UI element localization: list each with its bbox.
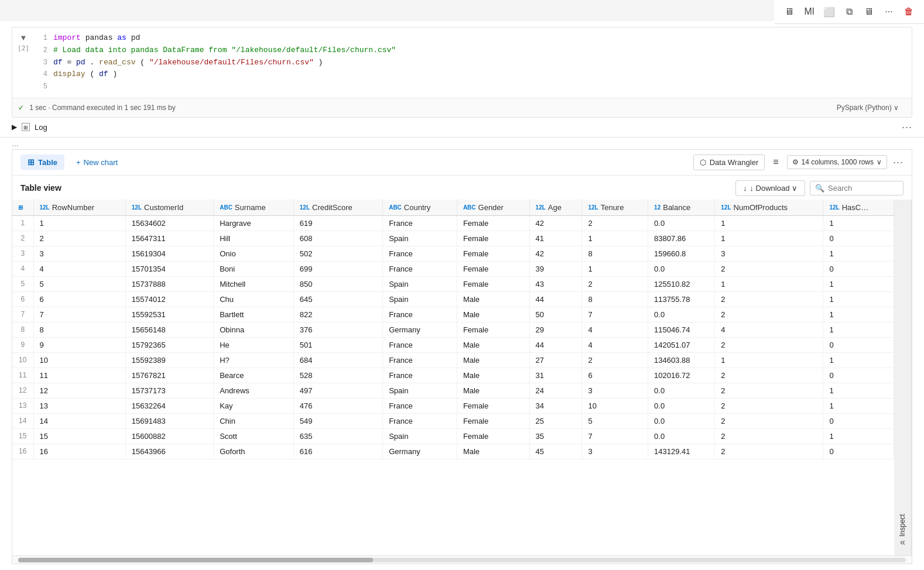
- col-header-numofproducts[interactable]: 12LNumOfProducts: [715, 200, 823, 216]
- cell-tenure: 6: [582, 368, 648, 383]
- table-row: 9915792365He501FranceMale444142051.0720: [12, 337, 894, 352]
- cell-hasc: 0: [823, 444, 894, 459]
- cell-age: 34: [529, 398, 582, 413]
- cell-surname: Kay: [214, 398, 294, 413]
- inspect-tab[interactable]: » Inspect: [894, 200, 912, 555]
- delete-btn[interactable]: 🗑: [901, 4, 917, 20]
- col-header-surname[interactable]: ABCSurname: [214, 200, 294, 216]
- cell-age: 41: [529, 231, 582, 246]
- cell-balance: 0.0: [648, 383, 715, 398]
- table-container[interactable]: ⊞ 12LRowNumber 12LCustomerId ABCSurname …: [12, 200, 894, 555]
- search-icon: 🔍: [815, 184, 824, 193]
- cell-hasc: 1: [823, 322, 894, 337]
- new-chart-label: New chart: [84, 158, 118, 167]
- data-wrangler-btn[interactable]: ⬡ Data Wrangler: [693, 154, 765, 170]
- cell-customer-id: 15767821: [125, 368, 213, 383]
- cell-row-number: 3: [33, 246, 125, 261]
- code-line-5: 5: [35, 81, 912, 93]
- duplicate-btn[interactable]: ⧉: [841, 4, 857, 20]
- col-header-country[interactable]: ABCCountry: [383, 200, 457, 216]
- cell-tenure: 3: [582, 444, 648, 459]
- col-header-balance[interactable]: 12Balance: [648, 200, 715, 216]
- filter-btn[interactable]: ≡: [771, 154, 781, 170]
- output-toolbar: ⊞ Table + New chart ⬡ Data Wrangler ≡ ⚙ …: [12, 150, 912, 176]
- data-table: ⊞ 12LRowNumber 12LCustomerId ABCSurname …: [12, 200, 894, 459]
- cell-hasc: 1: [823, 398, 894, 413]
- cell-country: France: [383, 307, 457, 322]
- col-header-creditscore[interactable]: 12LCreditScore: [293, 200, 382, 216]
- search-input[interactable]: [828, 184, 898, 193]
- main-container: ▼ [2] 1 import pandas as pd 2 # Loa: [0, 21, 924, 570]
- cell-row-number: 5: [33, 276, 125, 291]
- table-row: 5515737888Mitchell850SpainFemale43212551…: [12, 276, 894, 291]
- cell-tenure: 8: [582, 246, 648, 261]
- cell-surname: Chu: [214, 291, 294, 307]
- cell-surname: Bartlett: [214, 307, 294, 322]
- row-number-cell: 5: [12, 276, 33, 291]
- table-row: 1115634602Hargrave619FranceFemale4220.01…: [12, 215, 894, 231]
- copy-notebook-btn[interactable]: 🖥: [781, 4, 798, 20]
- new-chart-btn[interactable]: + New chart: [70, 155, 124, 170]
- cell-balance: 0.0: [648, 413, 715, 428]
- cell-age: 44: [529, 291, 582, 307]
- cell-row-number: 16: [33, 444, 125, 459]
- cell-balance: 113755.78: [648, 291, 715, 307]
- row-number-cell: 13: [12, 398, 33, 413]
- row-number-cell: 3: [12, 246, 33, 261]
- cell-customer-id: 15656148: [125, 322, 213, 337]
- cell-balance: 0.0: [648, 398, 715, 413]
- gear-icon: ⚙: [792, 158, 799, 166]
- row-number-cell: 15: [12, 428, 33, 444]
- window-btn[interactable]: ⬜: [821, 4, 837, 20]
- cell-credit-score: 684: [293, 352, 382, 368]
- log-grid-icon: ⊞: [22, 123, 30, 131]
- cell-gender: Male: [457, 368, 529, 383]
- download-icon: ↓: [743, 184, 747, 193]
- cell-country: France: [383, 398, 457, 413]
- log-expand-btn[interactable]: ▶ ⊞ Log: [12, 123, 47, 132]
- cell-hasc: 1: [823, 215, 894, 231]
- cell-hasc: 1: [823, 291, 894, 307]
- cell-gender: Female: [457, 215, 529, 231]
- col-header-customerid[interactable]: 12LCustomerId: [125, 200, 213, 216]
- cell-gender: Female: [457, 322, 529, 337]
- cell-customer-id: 15574012: [125, 291, 213, 307]
- cell-balance: 115046.74: [648, 322, 715, 337]
- check-icon: ✓: [18, 104, 24, 112]
- cell-tenure: 7: [582, 428, 648, 444]
- output-more-btn[interactable]: ···: [893, 156, 904, 169]
- ml-btn[interactable]: Ml: [801, 4, 817, 20]
- horizontal-scrollbar[interactable]: [12, 555, 912, 564]
- present-btn[interactable]: 🖥: [861, 4, 877, 20]
- cell-row-number: 4: [33, 261, 125, 276]
- cell-num-of-products: 1: [715, 352, 823, 368]
- cell-balance: 142051.07: [648, 337, 715, 352]
- download-btn[interactable]: ↓ ↓ Download ∨: [735, 180, 805, 196]
- col-header-tenure[interactable]: 12LTenure: [582, 200, 648, 216]
- col-header-rownumber[interactable]: 12LRowNumber: [33, 200, 125, 216]
- runtime-selector[interactable]: PySpark (Python) ∨: [830, 101, 906, 115]
- log-chevron-icon: ▶: [12, 123, 17, 131]
- code-line-2: 2 # Load data into pandas DataFrame from…: [35, 44, 912, 57]
- cell-hasc: 0: [823, 231, 894, 246]
- cell-num-of-products: 2: [715, 383, 823, 398]
- log-more-btn[interactable]: ···: [902, 121, 912, 133]
- table-row: 2215647311Hill608SpainFemale41183807.861…: [12, 231, 894, 246]
- cell-balance: 159660.8: [648, 246, 715, 261]
- cell-country: France: [383, 246, 457, 261]
- col-header-gender[interactable]: ABCGender: [457, 200, 529, 216]
- cell-country: France: [383, 413, 457, 428]
- col-settings-btn[interactable]: ⚙ 14 columns, 1000 rows ∨: [787, 155, 887, 169]
- more-top-btn[interactable]: ···: [881, 4, 897, 20]
- cell-expand-btn[interactable]: ▼: [20, 33, 28, 42]
- cell-surname: Hargrave: [214, 215, 294, 231]
- cell-credit-score: 699: [293, 261, 382, 276]
- collapse-btn[interactable]: »: [898, 537, 908, 550]
- table-tab[interactable]: ⊞ Table: [20, 154, 64, 170]
- col-header-hasc[interactable]: 12LHasC…: [823, 200, 894, 216]
- cell-customer-id: 15737888: [125, 276, 213, 291]
- cell-country: Spain: [383, 231, 457, 246]
- code-cell-header: ▼ [2] 1 import pandas as pd 2 # Loa: [12, 28, 912, 98]
- cell-num-of-products: 3: [715, 246, 823, 261]
- col-header-age[interactable]: 12LAge: [529, 200, 582, 216]
